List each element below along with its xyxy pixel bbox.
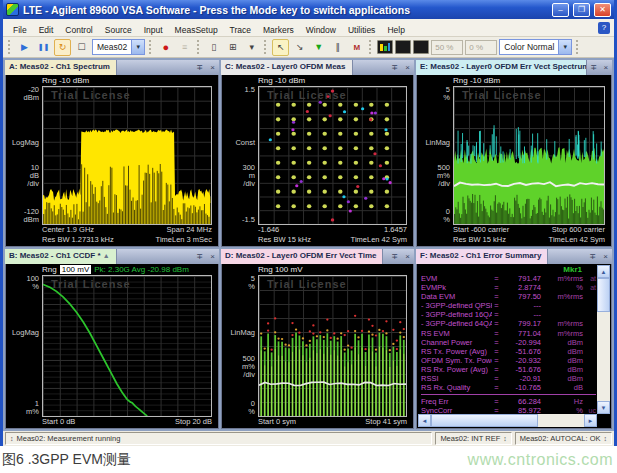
help-badge-icon[interactable]: ? xyxy=(598,22,610,34)
menu-control[interactable]: Control xyxy=(59,23,98,37)
resbw-label: Res BW 15 kHz xyxy=(258,235,311,245)
pause-button[interactable]: ❚❚ xyxy=(35,39,52,56)
close-icon[interactable]: × xyxy=(401,60,414,75)
reference-status[interactable]: Meas02: INT REF ↕ xyxy=(435,432,511,445)
scroll-thumb[interactable] xyxy=(431,414,538,427)
vertical-scrollbar[interactable]: ▲ ▼ xyxy=(597,265,610,414)
layout-dropdown[interactable]: ▾ xyxy=(243,39,260,56)
summary-row: - 3GPP-defined QPSK EVM=--- xyxy=(421,301,596,310)
measurement-select[interactable]: Meas02 ▾ xyxy=(92,39,145,55)
range-readout: Rng -10 dBm xyxy=(42,76,89,85)
menu-markers[interactable]: Markers xyxy=(257,23,300,37)
scroll-right-icon[interactable]: ► xyxy=(584,414,597,427)
close-icon[interactable]: × xyxy=(206,60,219,75)
display-color-button[interactable] xyxy=(377,40,393,54)
pin-icon[interactable]: ∓ xyxy=(388,60,401,75)
layout-grid-button[interactable]: ⊞ xyxy=(224,39,241,56)
layout-single-button[interactable]: ▯ xyxy=(205,39,222,56)
close-icon[interactable]: × xyxy=(600,60,612,75)
scroll-up-icon[interactable]: ▲ xyxy=(597,265,610,278)
peak-average-readout: Pk: 2.30G Avg -20.98 dBm xyxy=(94,265,189,274)
menu-window[interactable]: Window xyxy=(300,23,342,37)
err-vect-spectrum-plot[interactable]: Trial License xyxy=(453,86,605,225)
tab-err-vect-spectrum[interactable]: E: Meas02 - Layer0 OFDM Err Vect Spectru… xyxy=(416,60,587,75)
status-bar: ↕ Meas02: Measurement running Meas02: IN… xyxy=(3,431,614,446)
pin-icon[interactable]: ∓ xyxy=(193,60,206,75)
tab-ch1-spectrum[interactable]: A: Meas02 - Ch1 Spectrum xyxy=(5,60,117,75)
close-icon[interactable]: × xyxy=(401,249,414,264)
toolbar-grip[interactable] xyxy=(369,40,373,54)
menu-edit[interactable]: Edit xyxy=(33,23,60,37)
ccdf-plot[interactable]: Trial License xyxy=(42,275,212,417)
toolbar-grip[interactable] xyxy=(264,40,268,54)
summary-row: EVMPk=2.8774%at xyxy=(421,283,596,292)
panel-ch1-spectrum: A: Meas02 - Ch1 Spectrum ∓ × Rng -10 dBm… xyxy=(5,60,219,247)
marker-button[interactable]: M xyxy=(348,39,365,56)
band-marker-button[interactable]: ∥ xyxy=(329,39,346,56)
scroll-left-icon[interactable]: ◄ xyxy=(418,414,431,427)
autocal-status[interactable]: Meas02: AUTOCAL: OK ↕ xyxy=(515,432,612,445)
toolbar-grip[interactable] xyxy=(197,40,201,54)
summary-row: RS Tx. Power (Avg)=-51.676dBm xyxy=(421,347,596,356)
scroll-down-icon[interactable]: ▼ xyxy=(597,401,610,414)
menu-file[interactable]: File xyxy=(7,23,33,37)
menu-utilities[interactable]: Utilities xyxy=(342,23,381,37)
play-button[interactable]: ▶ xyxy=(16,39,33,56)
close-button[interactable]: ✕ xyxy=(594,3,611,17)
title-bar: LTE - Agilent 89600 VSA Software - Press… xyxy=(3,0,614,19)
toolbar-grip[interactable] xyxy=(576,40,580,54)
x-max-label: 1.6457 xyxy=(384,225,407,235)
err-vect-time-plot[interactable]: Trial License xyxy=(258,275,407,417)
scroll-thumb[interactable] xyxy=(597,278,610,312)
minimize-button[interactable]: – xyxy=(552,3,569,17)
pin-icon[interactable]: ∓ xyxy=(193,249,206,264)
summary-row: RS Rx. Quality=-10.765dB xyxy=(421,383,596,392)
constellation-plot[interactable]: Trial License xyxy=(258,86,407,225)
error-summary-table: EVM=791.47m%rmsatEVMPk=2.8774%atData EVM… xyxy=(421,274,596,425)
resbw-label: Res BW 1.27313 kHz xyxy=(42,235,114,245)
close-icon[interactable]: × xyxy=(599,249,612,264)
span-label: Span 24 MHz xyxy=(167,225,212,235)
color-mode-select[interactable]: Color Normal ▾ xyxy=(499,39,572,55)
restore-button[interactable]: ❐ xyxy=(573,3,590,17)
alert-icon: ▲ xyxy=(103,252,110,259)
spectrum-plot[interactable]: Trial License xyxy=(42,86,212,225)
scale-type-label: LinMag xyxy=(425,139,450,147)
window-title: LTE - Agilent 89600 VSA Software - Press… xyxy=(23,4,548,16)
pointer-tool-button[interactable]: ↖ xyxy=(272,39,289,56)
display-dark2-button[interactable] xyxy=(413,40,429,54)
pin-icon[interactable]: ∓ xyxy=(586,249,599,264)
toolbar-grip[interactable] xyxy=(8,40,12,54)
summary-row: OFDM Sym. Tx. Power=-20.932dBm xyxy=(421,356,596,365)
pin-icon[interactable]: ∓ xyxy=(388,249,401,264)
start-label: Start 0 sym xyxy=(258,417,296,427)
toolbar-grip[interactable] xyxy=(149,40,153,54)
menu-trace[interactable]: Trace xyxy=(224,23,257,37)
trace-pointer-button[interactable]: ↘ xyxy=(291,39,308,56)
tab-err-vect-time[interactable]: D: Meas02 - Layer0 OFDM Err Vect Time xyxy=(221,249,383,264)
pin-icon[interactable]: ∓ xyxy=(587,60,599,75)
range-label: Rng xyxy=(42,265,57,274)
tab-ch1-ccdf[interactable]: B: Meas02 - Ch1 CCDF * ▲ xyxy=(5,249,117,264)
marker-column-header: Mkr1 xyxy=(421,265,596,274)
menu-bar: FileEditControlSourceInputMeasSetupTrace… xyxy=(3,19,614,37)
menu-meassetup[interactable]: MeasSetup xyxy=(169,23,224,37)
restart-button[interactable]: ↻ xyxy=(54,39,71,56)
playback-button[interactable]: ≡ xyxy=(176,39,193,56)
panel-err-vect-time: D: Meas02 - Layer0 OFDM Err Vect Time ∓ … xyxy=(221,249,414,429)
close-icon[interactable]: × xyxy=(206,249,219,264)
selection-button[interactable]: ☐ xyxy=(73,39,90,56)
scale-type-label: LinMag xyxy=(230,329,255,337)
menu-source[interactable]: Source xyxy=(99,23,138,37)
stop-label: Stop 41 sym xyxy=(365,417,407,427)
peak-marker-button[interactable]: ▼ xyxy=(310,39,327,56)
display-dark-button[interactable] xyxy=(395,40,411,54)
menu-help[interactable]: Help xyxy=(381,23,410,37)
horizontal-scrollbar[interactable]: ◄ ► xyxy=(418,414,597,427)
tab-ofdm-meas[interactable]: C: Meas02 - Layer0 OFDM Meas xyxy=(221,60,353,75)
menu-input[interactable]: Input xyxy=(138,23,169,37)
range-readout: Rng 100 mV xyxy=(258,265,302,274)
tab-error-summary[interactable]: F: Meas02 - Ch1 Error Summary xyxy=(416,249,548,264)
record-button[interactable]: ● xyxy=(157,39,174,56)
chevron-down-icon: ▾ xyxy=(558,40,571,54)
